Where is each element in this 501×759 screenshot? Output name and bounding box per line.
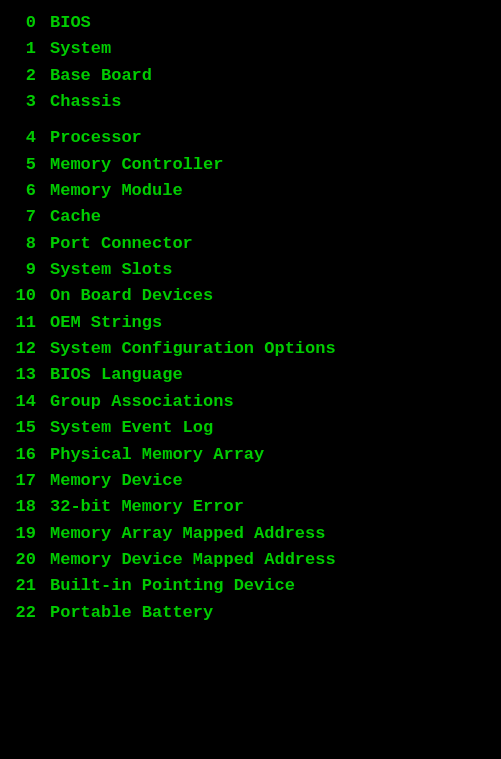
item-number: 6 (8, 178, 50, 204)
list-item: 11OEM Strings (8, 310, 493, 336)
item-number: 12 (8, 336, 50, 362)
list-item: 4Processor (8, 125, 493, 151)
list-item: 16Physical Memory Array (8, 442, 493, 468)
list-item: 13BIOS Language (8, 362, 493, 388)
item-number: 7 (8, 204, 50, 230)
item-label: Cache (50, 204, 101, 230)
item-number: 1 (8, 36, 50, 62)
item-number: 21 (8, 573, 50, 599)
item-number: 20 (8, 547, 50, 573)
item-label: Port Connector (50, 231, 193, 257)
item-number: 16 (8, 442, 50, 468)
item-number: 15 (8, 415, 50, 441)
item-number: 10 (8, 283, 50, 309)
list-item: 2Base Board (8, 63, 493, 89)
item-number: 11 (8, 310, 50, 336)
list-item: 10On Board Devices (8, 283, 493, 309)
item-number: 22 (8, 600, 50, 626)
item-number: 19 (8, 521, 50, 547)
item-label: Built-in Pointing Device (50, 573, 295, 599)
list-item: 21Built-in Pointing Device (8, 573, 493, 599)
item-number: 9 (8, 257, 50, 283)
list-item: 12System Configuration Options (8, 336, 493, 362)
list-item: 20Memory Device Mapped Address (8, 547, 493, 573)
item-label: 32-bit Memory Error (50, 494, 244, 520)
item-number: 17 (8, 468, 50, 494)
item-label: Memory Device Mapped Address (50, 547, 336, 573)
item-number: 2 (8, 63, 50, 89)
item-number: 0 (8, 10, 50, 36)
item-number: 18 (8, 494, 50, 520)
list-item: 17Memory Device (8, 468, 493, 494)
item-number: 3 (8, 89, 50, 115)
item-number: 8 (8, 231, 50, 257)
item-label: BIOS Language (50, 362, 183, 388)
item-label: BIOS (50, 10, 91, 36)
list-item: 19Memory Array Mapped Address (8, 521, 493, 547)
item-label: Memory Array Mapped Address (50, 521, 325, 547)
item-label: On Board Devices (50, 283, 213, 309)
item-number: 14 (8, 389, 50, 415)
list-item: 8Port Connector (8, 231, 493, 257)
item-label: Physical Memory Array (50, 442, 264, 468)
list-item: 9System Slots (8, 257, 493, 283)
list-item: 14Group Associations (8, 389, 493, 415)
item-label: Memory Controller (50, 152, 223, 178)
item-label: Group Associations (50, 389, 234, 415)
item-label: System Slots (50, 257, 172, 283)
list-item: 3Chassis (8, 89, 493, 115)
item-label: System Configuration Options (50, 336, 336, 362)
item-label: System Event Log (50, 415, 213, 441)
item-label: System (50, 36, 111, 62)
terminal: 0BIOS1System2Base Board3Chassis4Processo… (0, 0, 501, 759)
item-number: 13 (8, 362, 50, 388)
list-item: 15System Event Log (8, 415, 493, 441)
item-label: Base Board (50, 63, 152, 89)
item-label: Memory Device (50, 468, 183, 494)
list-item: 1System (8, 36, 493, 62)
spacer (8, 115, 493, 125)
list-item: 6Memory Module (8, 178, 493, 204)
item-label: Chassis (50, 89, 121, 115)
list-item: 7Cache (8, 204, 493, 230)
list-item: 22Portable Battery (8, 600, 493, 626)
item-label: Memory Module (50, 178, 183, 204)
item-label: Processor (50, 125, 142, 151)
item-number: 5 (8, 152, 50, 178)
item-label: Portable Battery (50, 600, 213, 626)
list-item: 0BIOS (8, 10, 493, 36)
list-item: 1832-bit Memory Error (8, 494, 493, 520)
list-item: 5Memory Controller (8, 152, 493, 178)
item-label: OEM Strings (50, 310, 162, 336)
item-number: 4 (8, 125, 50, 151)
